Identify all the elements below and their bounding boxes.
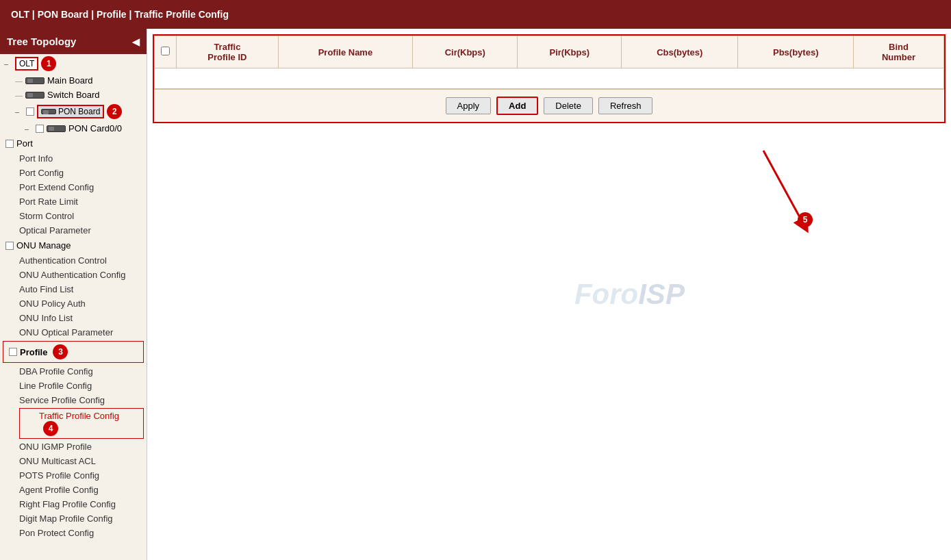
nav-item-port-info[interactable]: Port Info	[0, 151, 147, 166]
nav-item-digit-map-profile[interactable]: Digit Map Profile Config	[0, 511, 147, 526]
tree-item-olt[interactable]: – OLT 1	[0, 54, 147, 73]
main-board-icon	[25, 77, 45, 84]
pon-board-device-icon	[41, 109, 56, 114]
nav-item-auth-control[interactable]: Authentication Control	[0, 253, 147, 268]
nav-item-pots-profile-label: POTS Profile Config	[19, 470, 99, 481]
sidebar-title-label: Tree Topology	[7, 36, 76, 47]
nav-section-port[interactable]: Port	[0, 136, 147, 151]
breadcrumb: OLT | PON Board | Profile | Traffic Prof…	[11, 9, 229, 20]
select-all-checkbox[interactable]	[161, 47, 170, 55]
col-header-pir: Pir(Kbps)	[518, 36, 622, 68]
nav-item-port-rate-limit[interactable]: Port Rate Limit	[0, 194, 147, 209]
nav-item-port-extend-config-label: Port Extend Config	[19, 182, 94, 192]
top-header: OLT | PON Board | Profile | Traffic Prof…	[0, 0, 951, 29]
annotation-5: 5	[743, 144, 825, 242]
svg-line-1	[763, 151, 804, 226]
sidebar-scroll: – OLT 1 — Main Board — Switch Board –	[0, 54, 147, 555]
expand-icon-pon: –	[15, 107, 23, 116]
col-header-pbs: Pbs(bytes)	[738, 36, 854, 68]
col-header-profile-name: Profile Name	[278, 36, 412, 68]
port-section-checkbox[interactable]	[5, 140, 14, 148]
nav-item-agent-profile-label: Agent Profile Config	[19, 485, 99, 495]
tree-item-pon-board[interactable]: – PON Board 2	[0, 102, 147, 121]
expand-icon-pon-card: –	[25, 125, 33, 133]
nav-section-onu[interactable]: ONU Manage	[0, 238, 147, 253]
nav-item-onu-auth-config[interactable]: ONU Authentication Config	[0, 268, 147, 282]
sidebar: Tree Topology ◀ – OLT 1 — Main Board — S…	[0, 29, 147, 560]
nav-item-pots-profile[interactable]: POTS Profile Config	[0, 468, 147, 483]
nav-item-onu-igmp[interactable]: ONU IGMP Profile	[0, 440, 147, 454]
nav-item-dba-profile[interactable]: DBA Profile Config	[0, 364, 147, 379]
badge-1: 1	[41, 56, 56, 71]
empty-row	[155, 68, 944, 89]
nav-item-auth-control-label: Authentication Control	[19, 255, 107, 266]
nav-item-line-profile-label: Line Profile Config	[19, 381, 92, 391]
nav-item-port-config[interactable]: Port Config	[0, 166, 147, 180]
sidebar-title[interactable]: Tree Topology ◀	[0, 29, 147, 54]
tree-item-main-board[interactable]: — Main Board	[0, 73, 147, 88]
pon-board-checkbox[interactable]	[26, 107, 34, 116]
pon-card-icon	[47, 125, 66, 132]
table-wrapper: TrafficProfile ID Profile Name Cir(Kbps)…	[153, 34, 946, 123]
onu-section-label: ONU Manage	[16, 240, 71, 251]
nav-item-right-flag-profile-label: Right Flag Profile Config	[19, 499, 116, 509]
tree-item-pon-card[interactable]: – PON Card0/0	[0, 121, 147, 136]
watermark: ForoISP	[574, 278, 685, 311]
delete-button[interactable]: Delete	[544, 97, 593, 114]
action-row: Apply Add Delete Refresh	[154, 89, 944, 122]
nav-item-auto-find-list-label: Auto Find List	[19, 284, 74, 294]
nav-item-onu-info-list[interactable]: ONU Info List	[0, 311, 147, 325]
nav-item-storm-control[interactable]: Storm Control	[0, 209, 147, 223]
nav-item-digit-map-profile-label: Digit Map Profile Config	[19, 513, 113, 524]
nav-item-port-extend-config[interactable]: Port Extend Config	[0, 180, 147, 194]
nav-item-onu-optical-param[interactable]: ONU Optical Parameter	[0, 325, 147, 340]
pon-board-label: PON Board	[37, 105, 104, 118]
watermark-line2: ISP	[638, 278, 685, 310]
col-header-cir: Cir(Kbps)	[413, 36, 518, 68]
nav-item-onu-auth-config-label: ONU Authentication Config	[19, 270, 125, 280]
nav-item-service-profile[interactable]: Service Profile Config	[0, 393, 147, 407]
badge-3: 3	[53, 344, 68, 359]
watermark-line1: Foro	[574, 278, 638, 310]
badge-4: 4	[43, 421, 58, 436]
badge-5: 5	[798, 212, 813, 227]
onu-section-checkbox[interactable]	[5, 242, 14, 250]
nav-item-traffic-profile[interactable]: Traffic Profile Config 4	[19, 408, 144, 439]
nav-item-port-info-label: Port Info	[19, 153, 53, 164]
port-section-label: Port	[16, 138, 33, 149]
col-header-select	[155, 36, 177, 68]
nav-item-onu-multicast-acl-label: ONU Multicast ACL	[19, 456, 96, 466]
nav-item-onu-info-list-label: ONU Info List	[19, 313, 73, 323]
switch-board-icon	[25, 92, 45, 99]
nav-item-onu-policy-auth-label: ONU Policy Auth	[19, 298, 86, 309]
nav-item-pon-protect[interactable]: Pon Protect Config	[0, 526, 147, 540]
connector-main: —	[15, 77, 23, 85]
nav-item-optical-parameter[interactable]: Optical Parameter	[0, 223, 147, 238]
nav-item-optical-parameter-label: Optical Parameter	[19, 225, 91, 236]
nav-item-agent-profile[interactable]: Agent Profile Config	[0, 483, 147, 497]
nav-item-auto-find-list[interactable]: Auto Find List	[0, 282, 147, 296]
pon-card-label: PON Card0/0	[68, 123, 122, 133]
nav-item-line-profile[interactable]: Line Profile Config	[0, 379, 147, 393]
tree-item-switch-board[interactable]: — Switch Board	[0, 88, 147, 102]
profile-section-label: Profile	[20, 347, 47, 357]
nav-item-onu-optical-param-label: ONU Optical Parameter	[19, 327, 113, 338]
switch-board-label: Switch Board	[47, 90, 100, 100]
nav-item-pon-protect-label: Pon Protect Config	[19, 528, 94, 538]
refresh-button[interactable]: Refresh	[598, 97, 653, 114]
nav-section-profile[interactable]: Profile 3	[3, 341, 144, 363]
profile-section-checkbox[interactable]	[9, 348, 17, 356]
apply-button[interactable]: Apply	[446, 97, 492, 114]
nav-item-onu-multicast-acl[interactable]: ONU Multicast ACL	[0, 454, 147, 468]
nav-item-onu-policy-auth[interactable]: ONU Policy Auth	[0, 296, 147, 311]
pon-card-checkbox[interactable]	[36, 125, 44, 133]
nav-item-traffic-profile-label: Traffic Profile Config	[39, 411, 119, 421]
sidebar-collapse-icon[interactable]: ◀	[132, 36, 140, 47]
col-header-traffic-profile-id: TrafficProfile ID	[177, 36, 279, 68]
add-button[interactable]: Add	[496, 97, 538, 115]
connector-switch: —	[15, 91, 23, 99]
expand-icon-olt: –	[4, 60, 12, 68]
main-layout: Tree Topology ◀ – OLT 1 — Main Board — S…	[0, 29, 951, 560]
nav-item-right-flag-profile[interactable]: Right Flag Profile Config	[0, 497, 147, 511]
badge-2: 2	[107, 104, 122, 119]
